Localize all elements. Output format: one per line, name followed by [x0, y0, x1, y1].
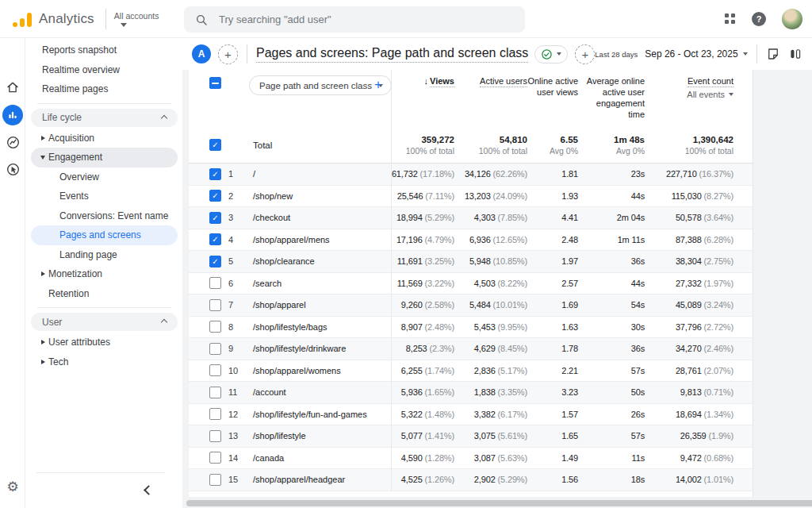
- home-icon[interactable]: [0, 80, 25, 94]
- sidebar-item[interactable]: Realtime pages: [31, 79, 178, 99]
- analytics-logo-icon: [11, 11, 32, 27]
- report-status-pill[interactable]: [534, 45, 568, 64]
- sidebar-item[interactable]: Acquisition: [31, 129, 178, 148]
- sidebar-item[interactable]: Monetization: [31, 264, 178, 284]
- row-checkbox[interactable]: [209, 299, 221, 311]
- caret-icon: [37, 271, 48, 276]
- collapse-sidebar-icon[interactable]: [144, 485, 154, 495]
- row-checkbox[interactable]: [209, 277, 221, 289]
- sidebar-item[interactable]: User attributes: [31, 333, 178, 352]
- divider: [756, 44, 757, 64]
- row-checkbox[interactable]: [209, 212, 221, 224]
- total-row: Total 359,272100% of total 54,810100% of…: [189, 127, 753, 164]
- row-checkbox[interactable]: [209, 430, 221, 442]
- sidebar-item[interactable]: Pages and screens: [31, 225, 178, 245]
- data-table-card: Page path and screen class + ↓Views Acti…: [188, 70, 753, 497]
- column-divider: [391, 70, 392, 491]
- table-row: 1 / 61,732 (17.18%) 34,126 (62.26%) 1.81…: [189, 164, 753, 186]
- row-checkbox[interactable]: [209, 474, 221, 486]
- divider: [247, 44, 247, 64]
- search-input[interactable]: [219, 13, 488, 25]
- table-row: 2 /shop/new 25,546 (7.11%) 13,203 (24.09…: [189, 186, 753, 208]
- table-row: 8 /shop/lifestyle/bags 8,907 (2.48%) 5,4…: [189, 317, 753, 339]
- table-row: 15 /shop/apparel/headgear 4,525 (1.26%) …: [189, 469, 753, 491]
- date-range-selector[interactable]: Sep 26 - Oct 23, 2025: [645, 48, 747, 60]
- event-filter-selector[interactable]: All events: [687, 89, 733, 100]
- sidebar-item[interactable]: User: [31, 313, 178, 331]
- apps-grid-icon[interactable]: [725, 13, 736, 25]
- property-chip[interactable]: A: [192, 44, 211, 64]
- sidebar-nav: Reports snapshot Realtime overview Realt…: [26, 38, 182, 508]
- reports-icon[interactable]: [0, 105, 25, 125]
- search-icon: [195, 13, 208, 26]
- admin-gear-icon[interactable]: ⚙: [0, 479, 25, 495]
- column-header-engagement-time[interactable]: Average online active user engagement ti…: [578, 75, 645, 120]
- comparisons-icon[interactable]: [788, 47, 803, 62]
- add-report-button[interactable]: +: [575, 44, 595, 64]
- add-comparison-button[interactable]: +: [218, 44, 238, 64]
- sidebar-item[interactable]: Conversions: Event name: [31, 206, 178, 226]
- chevron-down-icon: [729, 93, 733, 96]
- row-checkbox[interactable]: [209, 256, 221, 267]
- sidebar-item[interactable]: Landing page: [31, 245, 178, 265]
- table-row: 13 /shop/lifestyle 5,077 (1.41%) 3,075 (…: [189, 425, 753, 448]
- column-header-online-active-user-views[interactable]: Online active user views: [527, 75, 578, 120]
- sidebar-item[interactable]: Events: [31, 187, 178, 206]
- row-checkbox[interactable]: [209, 190, 221, 202]
- caret-icon: [37, 340, 48, 344]
- table-row: 11 /account 5,936 (1.65%) 1,838 (3.35%) …: [189, 382, 753, 404]
- sidebar-item[interactable]: Overview: [31, 167, 178, 187]
- sort-descending-icon: ↓: [424, 76, 429, 86]
- row-checkbox[interactable]: [209, 452, 221, 464]
- date-preset-label: Last 28 days: [595, 50, 638, 59]
- sidebar-items: Reports snapshot Realtime overview Realt…: [26, 40, 182, 371]
- column-header-views[interactable]: ↓Views: [391, 75, 454, 120]
- search-bar[interactable]: [184, 6, 525, 33]
- reports-active-circle: [2, 105, 23, 125]
- column-header-event-count[interactable]: Event count All events: [645, 75, 733, 120]
- divider: [105, 9, 106, 29]
- chevron-down-icon: [743, 52, 748, 56]
- chevron-down-icon: [557, 52, 561, 56]
- row-checkbox[interactable]: [209, 343, 221, 355]
- advertising-icon[interactable]: [0, 162, 25, 177]
- horizontal-scrollbar[interactable]: [186, 500, 812, 506]
- notes-icon[interactable]: [766, 47, 781, 62]
- row-checkbox[interactable]: [209, 168, 221, 180]
- help-icon[interactable]: ?: [752, 12, 766, 26]
- check-circle-icon: [541, 48, 553, 60]
- row-checkbox[interactable]: [209, 321, 221, 333]
- divider: [36, 472, 165, 473]
- account-switcher[interactable]: All accounts: [114, 11, 159, 27]
- brand-title: Analytics: [39, 11, 94, 27]
- sidebar-item[interactable]: Reports snapshot: [31, 40, 178, 60]
- user-avatar[interactable]: [782, 9, 802, 29]
- row-checkbox[interactable]: [209, 408, 221, 420]
- row-checkbox[interactable]: [209, 387, 221, 398]
- table-row: 9 /shop/lifestyle/drinkware 8,253 (2.3%)…: [189, 338, 753, 360]
- table-row: 10 /shop/apparel/womens 6,255 (1.74%) 2,…: [189, 360, 753, 383]
- sidebar-item[interactable]: Tech: [31, 352, 178, 372]
- left-rail: ⚙: [0, 38, 25, 508]
- sidebar-item[interactable]: Retention: [31, 284, 178, 304]
- select-all-checkbox[interactable]: [209, 77, 221, 89]
- add-dimension-button[interactable]: +: [374, 77, 382, 93]
- table-row: 7 /shop/apparel 9,260 (2.58%) 5,484 (10.…: [189, 294, 753, 317]
- column-header-active-users[interactable]: Active users: [454, 75, 527, 120]
- row-checkbox[interactable]: [209, 364, 221, 376]
- caret-icon: [37, 360, 48, 364]
- table-row: 4 /shop/apparel/mens 17,196 (4.79%) 6,93…: [189, 229, 753, 252]
- table-header: Page path and screen class + ↓Views Acti…: [189, 70, 753, 127]
- dimension-selector[interactable]: Page path and screen class: [249, 75, 392, 95]
- chevron-up-icon: [161, 319, 167, 325]
- table-rows: 1 / 61,732 (17.18%) 34,126 (62.26%) 1.81…: [189, 164, 753, 491]
- total-checkbox[interactable]: [209, 139, 221, 151]
- report-header: A + Pages and screens: Page path and scr…: [182, 38, 812, 70]
- sidebar-item[interactable]: Engagement: [31, 148, 178, 167]
- sidebar-item[interactable]: Life cycle: [31, 109, 178, 127]
- divider: [31, 303, 178, 311]
- row-checkbox[interactable]: [209, 233, 221, 245]
- explore-icon[interactable]: [0, 135, 25, 150]
- sidebar-item[interactable]: Realtime overview: [31, 60, 178, 80]
- chevron-down-icon: [121, 23, 127, 27]
